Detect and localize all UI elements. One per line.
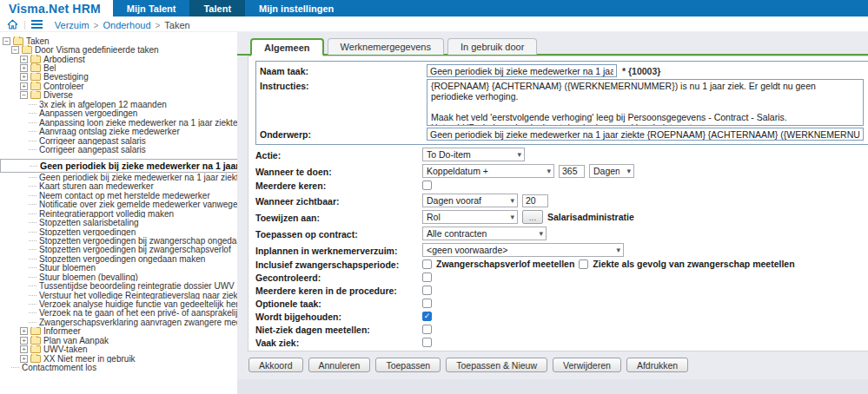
breadcrumb-item-onderhoud[interactable]: Onderhoud bbox=[103, 20, 150, 30]
expand-icon[interactable]: + bbox=[20, 337, 28, 345]
wordt-bijgehouden-checkbox[interactable]: ✓ bbox=[422, 312, 432, 321]
tree-item-label[interactable]: Aanpassing loon zieke medewerker na 1 ja… bbox=[39, 118, 237, 127]
toepassen-button[interactable]: Toepassen bbox=[375, 358, 441, 372]
tree-item[interactable]: Aanvraag ontslag zieke medewerker bbox=[0, 127, 237, 135]
tree-item-label[interactable]: Zwangerschapsverklaring aanvragen zwange… bbox=[39, 318, 237, 326]
home-icon[interactable] bbox=[7, 18, 18, 30]
tree-item[interactable]: Stopzetten salarisbetaling bbox=[0, 218, 237, 227]
tree-item-label[interactable]: Door Visma gedefinieerde taken bbox=[35, 45, 159, 54]
tree-item-label[interactable]: Stopzetten vergoedingen bij zwangerschap… bbox=[39, 236, 237, 245]
instructies-textarea[interactable]: {ROEPNAAM} {ACHTERNAAM} ({WERKNEMERNUMME… bbox=[427, 79, 864, 126]
tree-item[interactable]: Verzoek na te gaan of het een privé- of … bbox=[0, 309, 237, 318]
niet-ziek-checkbox[interactable] bbox=[422, 325, 432, 334]
tree-folder[interactable]: +Arbodienst bbox=[0, 55, 237, 63]
inplannen-select[interactable]: <geen voorwaarde>▾ bbox=[422, 243, 624, 257]
tree-item[interactable]: Zwangerschapsverklaring aanvragen zwange… bbox=[0, 318, 237, 326]
tree-folder[interactable]: +XX Niet meer in gebruik bbox=[0, 354, 237, 363]
tree-item[interactable]: Reintegratierapport volledig maken bbox=[0, 209, 237, 218]
tree-item-label[interactable]: Corrigeer aangepast salaris bbox=[39, 145, 146, 154]
tree-item-label[interactable]: Bevestiging bbox=[43, 73, 89, 82]
tab-in-gebruik-door[interactable]: In gebruik door bbox=[447, 38, 537, 55]
actie-select[interactable]: To Do-item▾ bbox=[422, 148, 525, 161]
tree-item[interactable]: 3x ziek in afgelopen 12 maanden bbox=[0, 100, 237, 108]
gecontroleerd-checkbox[interactable] bbox=[422, 273, 432, 282]
tree-item-label[interactable]: Notificatie over ziek gemelde medewerker… bbox=[39, 200, 237, 209]
expand-icon[interactable]: + bbox=[20, 345, 28, 353]
tree-item-label[interactable]: Geen periodiek bij zieke medewerker na 1… bbox=[39, 173, 237, 181]
akkoord-button[interactable]: Akkoord bbox=[248, 358, 303, 372]
tree-folder[interactable]: −Diverse bbox=[0, 91, 237, 100]
tree-item-label[interactable]: Aanvraag ontslag zieke medewerker bbox=[39, 127, 180, 135]
tree-item-label[interactable]: Arbodienst bbox=[43, 55, 85, 63]
nav-tab-mijn-talent[interactable]: Mijn Talent bbox=[113, 0, 190, 16]
annuleren-button[interactable]: Annuleren bbox=[308, 358, 371, 372]
browse-button[interactable]: ... bbox=[522, 210, 543, 224]
expand-icon[interactable]: + bbox=[20, 56, 28, 63]
tree-item-label[interactable]: XX Niet meer in gebruik bbox=[43, 354, 136, 363]
tree-item[interactable]: Stuur bloemen bbox=[0, 264, 237, 273]
tree-item-label[interactable]: Informeer bbox=[43, 327, 81, 336]
wanneer-te-doen-unit-select[interactable]: Dagen▾ bbox=[589, 164, 634, 178]
tree-item-label[interactable]: Verzoek na te gaan of het een privé- of … bbox=[39, 309, 237, 318]
tree-item[interactable]: Verstuur het volledige Reintegratieversl… bbox=[0, 291, 237, 299]
tree-item-label[interactable]: Bel bbox=[43, 63, 56, 72]
dienstverband-checkbox[interactable] bbox=[422, 351, 432, 352]
tree-item[interactable]: Stopzetten vergoedingen bbox=[0, 227, 237, 236]
wanneer-zichtbaar-select[interactable]: Dagen vooraf▾ bbox=[422, 194, 518, 207]
tree-item-label[interactable]: Stopzetten vergoedingen ongedaan maken bbox=[39, 254, 205, 263]
expand-icon[interactable]: + bbox=[20, 327, 28, 335]
menu-icon[interactable] bbox=[31, 20, 43, 29]
tree-item-label[interactable]: Aanpassen vergoedingen bbox=[39, 109, 137, 118]
optionele-taak-checkbox[interactable] bbox=[422, 299, 432, 308]
tree-folder[interactable]: +UWV-taken bbox=[0, 345, 237, 354]
expand-icon[interactable]: + bbox=[20, 64, 28, 72]
toewijzen-aan-select[interactable]: Rol▾ bbox=[422, 210, 518, 224]
tree-item[interactable]: Geen periodiek bij zieke medewerker na 1… bbox=[0, 159, 237, 173]
tree-folder[interactable]: +Bevestiging bbox=[0, 73, 237, 82]
meerdere-keren-checkbox[interactable] bbox=[422, 181, 432, 190]
tree-item-label[interactable]: Verzoek analyse huidige functie van gede… bbox=[39, 299, 237, 308]
wanneer-te-doen-number-input[interactable] bbox=[559, 165, 585, 178]
tree-item-label[interactable]: Stopzetten vergoedingen bbox=[39, 227, 136, 236]
tree-item[interactable]: Aanpassen vergoedingen bbox=[0, 109, 237, 118]
tree-item-label[interactable]: Taken bbox=[26, 36, 50, 45]
expand-icon[interactable]: + bbox=[20, 355, 28, 363]
tree-item-label[interactable]: Neem contact op met herstelde medewerker bbox=[39, 191, 210, 200]
tree-item[interactable]: Stopzetten vergoedingen bij zwangerschap… bbox=[0, 236, 237, 245]
wanneer-te-doen-select[interactable]: Koppeldatum +▾ bbox=[422, 164, 554, 178]
tree-item-label[interactable]: Stuur bloemen bbox=[39, 264, 96, 273]
tree-item-label[interactable]: Kaart sturen aan medewerker bbox=[39, 182, 154, 191]
collapse-icon[interactable]: − bbox=[20, 91, 28, 99]
tab-werknemergegevens[interactable]: Werknemergegevens bbox=[328, 38, 444, 55]
tree-folder[interactable]: +Plan van Aanpak bbox=[0, 336, 237, 345]
expand-icon[interactable]: + bbox=[20, 82, 28, 90]
tree-item[interactable]: Contactmoment los bbox=[0, 363, 237, 371]
tree-item[interactable]: Aanpassing loon zieke medewerker na 1 ja… bbox=[0, 118, 237, 127]
tree-item-label[interactable]: Corrigeer aangepast salaris bbox=[39, 136, 146, 145]
tree-item-label[interactable]: Stopzetten vergoedingen bij zwangerschap… bbox=[39, 246, 231, 254]
tree-item[interactable]: Corrigeer aangepast salaris bbox=[0, 145, 237, 154]
toepassen-nieuw-button[interactable]: Toepassen & Nieuw bbox=[446, 358, 547, 372]
tree-item-label[interactable]: Geen periodiek bij zieke medewerker na 1… bbox=[40, 161, 237, 171]
expand-icon[interactable]: + bbox=[20, 73, 28, 81]
tree-folder[interactable]: +Informeer bbox=[0, 327, 237, 336]
collapse-icon[interactable]: − bbox=[3, 37, 10, 45]
tree-folder[interactable]: −Taken bbox=[0, 36, 237, 45]
verwijderen-button[interactable]: Verwijderen bbox=[553, 358, 621, 372]
tree-item-label[interactable]: Verstuur het volledige Reintegratieversl… bbox=[39, 291, 237, 299]
onderwerp-input[interactable] bbox=[427, 128, 864, 141]
tree-item[interactable]: Verzoek analyse huidige functie van gede… bbox=[0, 299, 237, 308]
tree-item[interactable]: Tussentijdse beoordeling reintegratie do… bbox=[0, 281, 237, 290]
tree-item-label[interactable]: Contactmoment los bbox=[22, 363, 96, 371]
ziekte-zwangerschap-checkbox[interactable] bbox=[579, 259, 588, 269]
tree-item[interactable]: Stopzetten vergoedingen ongedaan maken bbox=[0, 254, 237, 263]
tree-item-label[interactable]: Controleer bbox=[43, 82, 84, 90]
tree-folder[interactable]: +Bel bbox=[0, 63, 237, 72]
tree-item[interactable]: Geen periodiek bij zieke medewerker na 1… bbox=[0, 173, 237, 181]
naam-taak-input[interactable] bbox=[427, 64, 617, 77]
tree-item-label[interactable]: Stuur bloemen (bevalling) bbox=[39, 273, 138, 281]
tree-item[interactable]: Stopzetten vergoedingen bij zwangerschap… bbox=[0, 246, 237, 254]
tree-item[interactable]: Kaart sturen aan medewerker bbox=[0, 182, 237, 191]
tree-item-label[interactable]: Stopzetten salarisbetaling bbox=[39, 218, 139, 227]
wanneer-zichtbaar-number-input[interactable] bbox=[522, 194, 548, 207]
